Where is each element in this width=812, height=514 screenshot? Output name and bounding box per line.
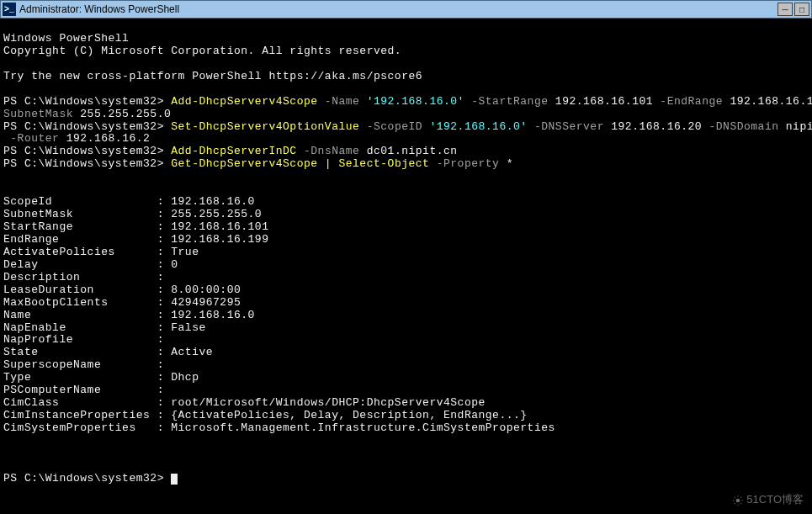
powershell-icon: >_ [3,3,16,16]
terminal-output[interactable]: Windows PowerShell Copyright (C) Microso… [0,19,812,487]
cmdlet: Select-Object [338,157,429,170]
param: -StartRange [464,95,549,108]
cmdlet: Get-DhcpServerv4Scope [171,157,317,170]
output-block: ScopeId : 192.168.16.0 SubnetMask : 255.… [3,196,809,435]
value: 192.168.16.20 [604,120,702,133]
value: 192.168.16.2 [59,132,150,145]
value: * [499,157,513,170]
prompt: PS C:\Windows\system32> [3,145,171,157]
svg-point-0 [735,498,740,502]
param: -Property [429,157,499,170]
window-title: Administrator: Windows PowerShell [19,3,778,15]
param: -EndRange [653,95,723,108]
maximize-button[interactable]: □ [794,3,809,16]
prompt: PS C:\Windows\system32> [3,95,171,108]
value: '192.168.16.0' [359,95,464,108]
header-copyright: Copyright (C) Microsoft Corporation. All… [3,45,401,57]
cmdlet: Add-DhcpServerInDC [171,145,296,157]
minimize-button[interactable]: ─ [778,3,793,16]
header-line: Windows PowerShell [3,32,129,45]
param: -Router [3,132,59,145]
cmdlet: Set-DhcpServerv4OptionValue [171,120,359,133]
param: -DNSDomain [702,120,778,133]
cursor [171,474,178,485]
value: 192.168.16.101 [549,95,654,108]
value: dc01.nipit.cn [359,145,457,157]
window-controls: ─ □ [778,3,809,16]
prompt: PS C:\Windows\system32> [3,472,171,485]
param: -DNSServer [528,120,604,133]
titlebar[interactable]: >_ Administrator: Windows PowerShell ─ □ [0,0,812,19]
param: SubnetMask [3,108,73,120]
cmdlet: Add-DhcpServerv4Scope [171,95,317,108]
prompt: PS C:\Windows\system32> [3,120,171,133]
param: -ScopeID [359,120,422,133]
value: nipit.cn [779,120,813,133]
value: '192.168.16.0' [422,120,528,133]
value: 192.168.16.199 [723,95,812,108]
pipe: | [318,157,339,170]
param: -Name [318,95,360,108]
header-tip: Try the new cross-platform PowerShell ht… [3,70,422,82]
prompt: PS C:\Windows\system32> [3,157,171,170]
value: 255.255.255.0 [73,108,171,120]
param: -DnsName [297,145,360,157]
watermark: 51CTO博客 [732,492,804,507]
